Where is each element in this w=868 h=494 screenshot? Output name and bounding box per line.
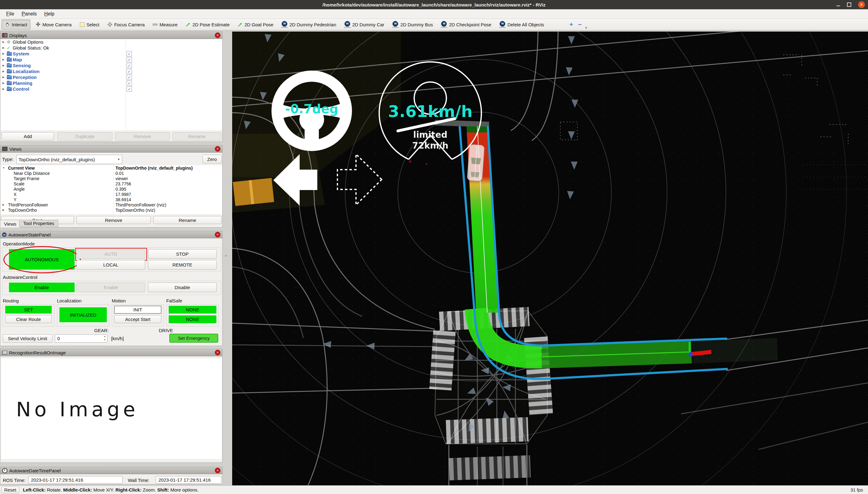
accept-start-button[interactable]: Accept Start bbox=[114, 315, 161, 323]
spin-down-icon[interactable]: ▼ bbox=[104, 338, 106, 342]
state-panel-header[interactable]: W AutowareStatePanel ✕ bbox=[0, 231, 222, 238]
tree-row-planning[interactable]: ▶ Planning ✓ bbox=[1, 80, 222, 86]
view-row-saved-view[interactable]: ▶ThirdPersonFollower ThirdPersonFollower… bbox=[1, 202, 222, 207]
tool-2d-dummy-car[interactable]: W Autoware 2D Dummy Car bbox=[341, 20, 387, 29]
splitter-handle[interactable] bbox=[104, 143, 118, 144]
close-icon[interactable]: ✕ bbox=[858, 1, 865, 8]
remove-view-button[interactable]: Remove bbox=[76, 216, 151, 224]
close-icon[interactable]: ✕ bbox=[215, 33, 221, 38]
tool-delete-all-objects[interactable]: W Autoware Delete All Objects bbox=[496, 20, 547, 29]
displays-header[interactable]: Displays ✕ bbox=[0, 32, 222, 39]
tab-views[interactable]: Views bbox=[0, 220, 20, 228]
visibility-checkbox[interactable]: ✓ bbox=[127, 87, 132, 92]
menu-panels[interactable]: Panels bbox=[18, 10, 41, 18]
splitter-handle[interactable] bbox=[104, 464, 118, 466]
view-row-property[interactable]: Target Frame viewer bbox=[1, 176, 222, 181]
add-button[interactable]: Add bbox=[2, 132, 54, 140]
tool-2d-dummy-pedestrian[interactable]: W Autoware 2D Dummy Pedestrian bbox=[278, 20, 339, 29]
expand-icon[interactable]: ▶ bbox=[2, 82, 7, 84]
view-row-saved-view[interactable]: ▶TopDownOrtho TopDownOrtho (rviz) bbox=[1, 207, 222, 213]
tree-row-system[interactable]: ▶ System ✓ bbox=[1, 51, 222, 57]
expand-icon[interactable]: ▶ bbox=[2, 46, 7, 49]
reset-button[interactable]: Reset bbox=[1, 487, 19, 493]
view-row-current[interactable]: ▼Current View TopDownOrtho (rviz_default… bbox=[1, 165, 222, 171]
toolbar-overflow-icon[interactable]: ▼ bbox=[585, 26, 587, 30]
tab-tool-properties[interactable]: Tool Properties bbox=[19, 220, 58, 227]
close-icon[interactable]: ✕ bbox=[215, 232, 221, 238]
ros-time-value[interactable]: 2023-01-17 17:29:51.416 bbox=[28, 476, 122, 484]
view-type-combo[interactable]: TopDownOrtho (rviz_default_plugins) ▼ bbox=[16, 155, 122, 164]
expand-icon[interactable]: ▶ bbox=[2, 76, 7, 79]
expand-icon[interactable]: ▼ bbox=[2, 167, 7, 169]
local-button[interactable]: LOCAL bbox=[76, 260, 145, 270]
tree-row-sensing[interactable]: ▶ Sensing ✓ bbox=[1, 62, 222, 69]
zero-button[interactable]: Zero bbox=[203, 155, 222, 164]
tree-row-control[interactable]: ▶ Control ✓ bbox=[1, 86, 222, 92]
close-icon[interactable]: ✕ bbox=[215, 350, 221, 355]
duplicate-button[interactable]: Duplicate bbox=[57, 132, 112, 140]
tree-row-global-options[interactable]: ▶ ⚙ Global Options bbox=[1, 39, 222, 45]
menu-help[interactable]: Help bbox=[41, 10, 58, 18]
view-row-property[interactable]: X 17.9987 bbox=[1, 192, 222, 197]
remove-button[interactable]: Remove bbox=[115, 132, 170, 140]
stop-button[interactable]: STOP bbox=[148, 249, 217, 259]
expand-icon[interactable]: ▶ bbox=[2, 58, 7, 61]
tool-interact[interactable]: Interact bbox=[2, 19, 30, 30]
disable-button[interactable]: Disable bbox=[148, 283, 217, 292]
expand-icon[interactable]: ▶ bbox=[2, 52, 7, 55]
tool-move-camera[interactable]: Move Camera bbox=[33, 20, 74, 29]
view-row-property[interactable]: Angle 0.395 bbox=[1, 186, 222, 192]
remote-button[interactable]: REMOTE bbox=[148, 260, 217, 270]
datetime-header[interactable]: AutowareDateTimePanel ✕ bbox=[0, 467, 222, 474]
expand-icon[interactable]: ▶ bbox=[2, 203, 7, 206]
minimize-icon[interactable] bbox=[836, 3, 840, 6]
tree-row-map[interactable]: ▶ Map ✓ bbox=[1, 57, 222, 62]
tool-measure[interactable]: Measure bbox=[150, 20, 180, 29]
set-emergency-button[interactable]: Set Emergency bbox=[169, 334, 218, 343]
add-tool-icon[interactable]: + bbox=[567, 21, 576, 28]
expand-icon[interactable]: ▶ bbox=[2, 209, 7, 211]
visibility-checkbox[interactable]: ✓ bbox=[127, 63, 132, 68]
rename-view-button[interactable]: Rename bbox=[153, 216, 222, 224]
visibility-checkbox[interactable]: ✓ bbox=[127, 51, 132, 56]
auto-button[interactable]: AUTO bbox=[76, 249, 145, 259]
tool-2d-pose-estimate[interactable]: 2D Pose Estimate bbox=[183, 20, 232, 29]
view-row-property[interactable]: Near Clip Distance 0.01 bbox=[1, 171, 222, 176]
velocity-limit-input[interactable]: 0 ▲▼ bbox=[55, 334, 108, 343]
spin-up-icon[interactable]: ▲ bbox=[104, 335, 106, 338]
close-icon[interactable]: ✕ bbox=[215, 468, 221, 473]
expand-icon[interactable]: ▶ bbox=[2, 41, 7, 43]
views-header[interactable]: Views ✕ bbox=[0, 146, 222, 153]
rename-button[interactable]: Rename bbox=[172, 132, 221, 140]
wall-time-value[interactable]: 2023-01-17 17:29:51.416 bbox=[156, 476, 221, 484]
tool-focus-camera[interactable]: Focus Camera bbox=[104, 20, 147, 29]
recognition-header[interactable]: RecognitionResultOnImage ✕ bbox=[0, 349, 222, 356]
visibility-checkbox[interactable]: ✓ bbox=[127, 69, 132, 74]
enable-button[interactable]: Enable bbox=[76, 283, 145, 292]
view-row-property[interactable]: Y 38.6914 bbox=[1, 197, 222, 202]
expand-icon[interactable]: ▶ bbox=[2, 70, 7, 73]
tool-select[interactable]: Select bbox=[76, 20, 102, 29]
splitter-collapse-left-icon[interactable]: ◂ bbox=[225, 254, 226, 257]
visibility-checkbox[interactable]: ✓ bbox=[127, 75, 132, 80]
maximize-icon[interactable] bbox=[847, 2, 851, 7]
tool-2d-dummy-bus[interactable]: W Autoware 2D Dummy Bus bbox=[389, 20, 436, 29]
clear-route-button[interactable]: Clear Route bbox=[5, 315, 52, 323]
tree-row-global-status[interactable]: ▶ ✓ Global Status: Ok bbox=[1, 45, 222, 51]
tree-row-perception[interactable]: ▶ Perception ✓ bbox=[1, 74, 222, 80]
3d-viewport[interactable]: -0.7deg 3.61km/h limited 72km/h bbox=[232, 32, 868, 485]
tree-row-localization[interactable]: ▶ Localization ✓ bbox=[1, 69, 222, 74]
visibility-checkbox[interactable]: ✓ bbox=[127, 57, 132, 62]
menu-file[interactable]: File bbox=[2, 10, 18, 18]
splitter-handle[interactable] bbox=[104, 347, 118, 348]
expand-icon[interactable]: ▶ bbox=[2, 64, 7, 67]
visibility-checkbox[interactable]: ✓ bbox=[127, 80, 132, 86]
close-icon[interactable]: ✕ bbox=[215, 146, 221, 152]
expand-icon[interactable]: ▶ bbox=[2, 88, 7, 90]
send-velocity-limit-button[interactable]: Send Velocity Limit bbox=[3, 334, 52, 343]
tool-2d-checkpoint-pose[interactable]: W Autoware 2D Checkpoint Pose bbox=[438, 20, 494, 29]
title-bar[interactable]: /home/hrkota/dev/autoware/install/autowa… bbox=[0, 0, 868, 9]
view-row-property[interactable]: Scale 23.7756 bbox=[1, 181, 222, 186]
tool-2d-goal-pose[interactable]: 2D Goal Pose bbox=[234, 20, 276, 29]
remove-tool-icon[interactable]: − bbox=[575, 21, 584, 28]
